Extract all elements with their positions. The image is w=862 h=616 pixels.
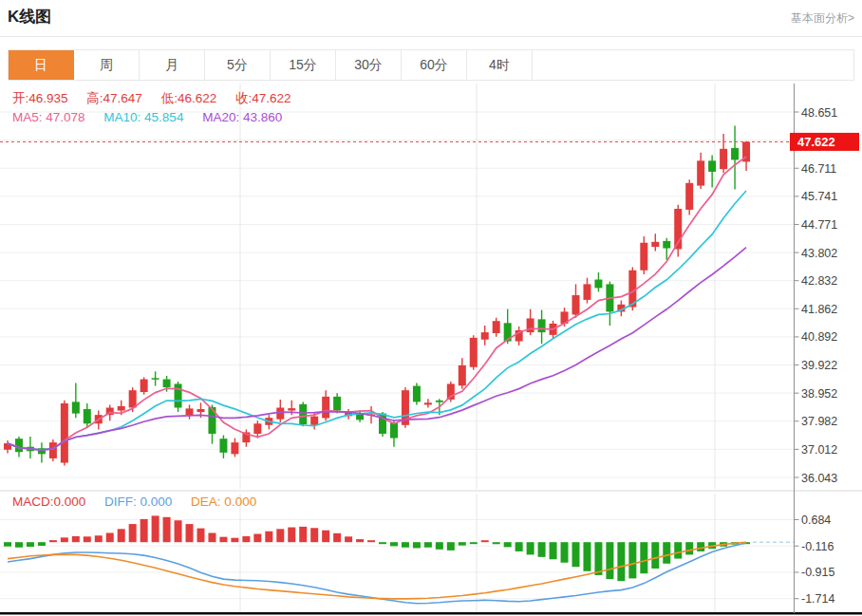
diff-value: DIFF: 0.000: [104, 495, 172, 509]
candle-body: [276, 407, 284, 419]
candle-body: [231, 442, 238, 454]
macd-bar: [402, 542, 409, 548]
ma10-line: [8, 191, 746, 450]
candle-body: [118, 406, 125, 411]
candle-body: [322, 397, 329, 419]
macd-bar: [413, 542, 421, 548]
macd-bar: [49, 540, 57, 542]
y-axis-label: 36.043: [801, 472, 837, 485]
tab-week[interactable]: 周: [74, 50, 140, 80]
macd-panel: [4, 515, 794, 603]
macd-bar: [322, 531, 329, 543]
macd-axis-label: -0.116: [801, 540, 834, 553]
macd-bar: [447, 542, 455, 551]
tab-30min[interactable]: 30分: [336, 50, 402, 80]
macd-bar: [242, 536, 250, 542]
candle-body: [299, 404, 307, 424]
tab-60min[interactable]: 60分: [402, 50, 467, 80]
candle-body: [731, 148, 739, 160]
candle-body: [481, 332, 489, 340]
macd-bar: [152, 515, 159, 542]
candle-body: [152, 378, 159, 380]
macd-bar: [640, 542, 647, 573]
macd-axis-label: 0.684: [801, 513, 831, 527]
macd-bar: [424, 542, 432, 548]
ma20-value: MA20: 43.860: [202, 110, 282, 124]
candle-body: [49, 442, 57, 458]
ohlc-open: 开:46.935: [12, 91, 68, 105]
price-axis: 48.65147.68146.71145.74144.77143.80242.8…: [795, 84, 838, 613]
y-axis-label: 46.711: [801, 162, 836, 176]
dea-value: DEA: 0.000: [191, 495, 256, 509]
y-axis-label: 43.802: [801, 247, 837, 260]
y-axis-label: 48.651: [801, 106, 837, 120]
macd-bar: [72, 536, 80, 542]
candle-body: [333, 397, 341, 411]
candle-body: [390, 422, 398, 438]
macd-bar: [106, 532, 114, 542]
macd-bar: [436, 542, 443, 550]
macd-bar: [175, 520, 182, 542]
macd-bar: [583, 542, 590, 571]
candle-body: [72, 401, 80, 413]
y-axis-label: 39.922: [801, 359, 837, 372]
tab-4hour[interactable]: 4时: [467, 50, 533, 80]
macd-legend: MACD:0.000 DIFF: 0.000 DEA: 0.000: [12, 495, 272, 509]
candle-body: [640, 243, 647, 271]
y-axis-label: 37.012: [801, 443, 837, 457]
macd-bar: [15, 542, 23, 548]
macd-axis-label: -0.915: [801, 566, 834, 579]
candle-body: [208, 407, 216, 434]
candle-body: [436, 401, 443, 402]
macd-bar: [231, 538, 238, 543]
tab-15min[interactable]: 15分: [271, 50, 336, 80]
macd-bar: [390, 542, 398, 546]
candle-body: [493, 321, 500, 333]
candle-body: [538, 319, 546, 332]
macd-bar: [685, 542, 693, 554]
macd-bar: [481, 540, 489, 542]
macd-bar: [367, 540, 375, 542]
candle-body: [84, 409, 91, 423]
candle-body: [253, 423, 261, 434]
tab-5min[interactable]: 5分: [205, 50, 271, 80]
y-axis-label: 37.982: [801, 415, 837, 428]
macd-bar: [4, 542, 11, 547]
macd-bar: [515, 542, 523, 551]
candle-body: [141, 380, 148, 392]
ohlc-low: 低:46.622: [161, 91, 217, 105]
tab-month[interactable]: 月: [140, 50, 205, 80]
macd-bar: [95, 535, 103, 542]
candle-body: [424, 402, 432, 404]
macd-bar: [356, 539, 364, 542]
macd-bar: [470, 542, 478, 544]
macd-bar: [628, 542, 636, 578]
y-axis-label: 41.862: [801, 303, 837, 316]
candle-body: [288, 408, 295, 410]
y-axis-label: 44.771: [801, 218, 837, 232]
macd-bar: [651, 542, 659, 569]
macd-bar: [310, 528, 318, 542]
candle-body: [708, 160, 716, 172]
macd-bar: [288, 528, 295, 543]
macd-bar: [333, 533, 341, 542]
ohlc-close: 收:47.622: [235, 91, 291, 105]
candle-body: [685, 183, 693, 210]
macd-bar: [459, 542, 466, 545]
macd-bar: [265, 532, 272, 542]
macd-bar: [493, 542, 500, 544]
macd-bar: [129, 524, 137, 542]
macd-bar: [276, 529, 284, 542]
macd-bar: [527, 542, 534, 554]
macd-bar: [504, 542, 512, 547]
macd-bar: [299, 527, 307, 542]
ohlc-high: 高:47.647: [86, 91, 142, 105]
macd-bar: [253, 534, 261, 543]
candlestick-panel: [4, 125, 750, 465]
tab-day[interactable]: 日: [9, 50, 74, 80]
candle-body: [186, 408, 194, 415]
macd-bar: [186, 524, 194, 542]
macd-bar: [674, 542, 682, 558]
candle-body: [594, 280, 602, 289]
macd-bar: [538, 542, 546, 557]
